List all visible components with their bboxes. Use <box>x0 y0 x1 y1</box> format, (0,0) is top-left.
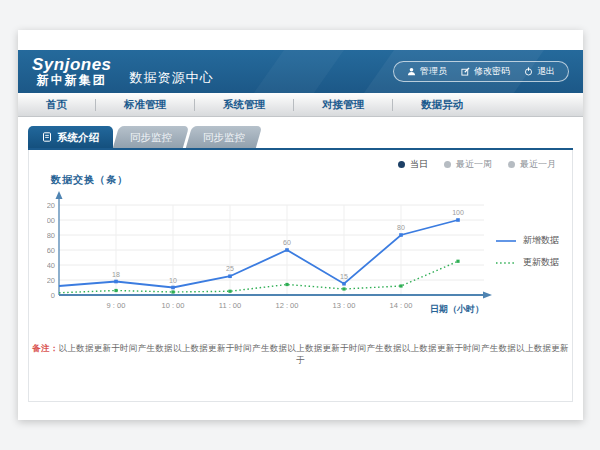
x-tick-label: 12 : 00 <box>276 301 299 310</box>
content-area: 系统介绍同步监控同步监控 当日最近一周最近一月 数据交换（条） 02040608… <box>18 117 583 420</box>
data-point[interactable] <box>342 282 346 286</box>
data-point[interactable] <box>171 286 175 290</box>
page-title: 数据资源中心 <box>130 69 214 87</box>
legend-label: 新增数据 <box>523 234 559 247</box>
nav-item-3[interactable]: 系统管理 <box>195 98 293 112</box>
note-text: 以上数据更新于时间产生数据以上数据更新于时间产生数据以上数据更新于时间产生数据以… <box>59 343 569 365</box>
data-point[interactable] <box>456 218 460 222</box>
top-strip <box>18 30 583 50</box>
radio-dot-icon <box>508 161 515 168</box>
data-point-label: 10 <box>169 277 177 284</box>
chart-legend: 新增数据更新数据 <box>495 234 559 278</box>
x-tick-label: 9 : 00 <box>107 301 126 310</box>
change-password-button[interactable]: 修改密码 <box>461 65 510 78</box>
y-tick-label: 0 <box>51 291 55 300</box>
document-icon <box>42 132 52 142</box>
tab-2[interactable]: 同步监控 <box>113 126 189 148</box>
y-tick-label: 120 <box>47 201 55 210</box>
x-tick-label: 13 : 00 <box>333 301 356 310</box>
data-point-label: 80 <box>397 224 405 231</box>
time-range-controls: 当日最近一周最近一月 <box>398 158 556 171</box>
current-user-label: 管理员 <box>420 65 447 78</box>
power-icon <box>524 67 533 76</box>
data-point-label: 60 <box>283 239 291 246</box>
legend-item-2[interactable]: 更新数据 <box>495 256 559 269</box>
logout-label: 退出 <box>537 65 555 78</box>
y-tick-label: 60 <box>47 246 55 255</box>
logo-text: Synjones <box>32 56 112 74</box>
data-point-label: 18 <box>112 271 120 278</box>
time-range-option-3[interactable]: 最近一月 <box>508 158 556 171</box>
nav-item-1[interactable]: 首页 <box>18 98 95 112</box>
x-tick-label: 14 : 00 <box>390 301 413 310</box>
y-tick-label: 100 <box>47 216 55 225</box>
nav-item-4[interactable]: 对接管理 <box>294 98 392 112</box>
data-point[interactable] <box>114 280 118 284</box>
note-prefix: 备注： <box>32 343 58 353</box>
data-point[interactable] <box>399 284 402 287</box>
time-range-option-2[interactable]: 最近一周 <box>444 158 492 171</box>
logo-subtext: 新中新集团 <box>32 74 112 87</box>
radio-dot-icon <box>444 161 451 168</box>
x-tick-label: 10 : 00 <box>162 301 185 310</box>
nav-item-5[interactable]: 数据异动 <box>393 98 491 112</box>
tab-label: 系统介绍 <box>57 126 99 148</box>
nav-item-2[interactable]: 标准管理 <box>96 98 194 112</box>
data-point[interactable] <box>228 290 231 293</box>
edit-icon <box>461 67 470 76</box>
current-user-button[interactable]: 管理员 <box>407 65 447 78</box>
x-axis-arrow-icon <box>483 292 492 299</box>
change-password-label: 修改密码 <box>474 65 510 78</box>
data-point[interactable] <box>228 274 232 278</box>
y-axis-label: 数据交换（条） <box>51 173 128 187</box>
time-range-label: 当日 <box>410 158 428 171</box>
app-header: Synjones 新中新集团 数据资源中心 管理员 修改密码 退出 <box>18 50 583 93</box>
data-point-label: 15 <box>340 273 348 280</box>
y-tick-label: 80 <box>47 231 55 240</box>
x-axis-label: 日期（小时） <box>430 304 484 314</box>
user-toolbar: 管理员 修改密码 退出 <box>393 61 569 82</box>
main-nav: 首页标准管理系统管理对接管理数据异动 <box>18 93 583 117</box>
logout-button[interactable]: 退出 <box>524 65 555 78</box>
data-point[interactable] <box>285 283 288 286</box>
legend-line-icon <box>495 238 517 244</box>
time-range-label: 最近一月 <box>520 158 556 171</box>
tab-label: 同步监控 <box>203 126 245 148</box>
data-point[interactable] <box>114 289 117 292</box>
data-point[interactable] <box>285 248 289 252</box>
data-point[interactable] <box>342 287 345 290</box>
x-tick-label: 11 : 00 <box>219 301 241 310</box>
legend-item-1[interactable]: 新增数据 <box>495 234 559 247</box>
data-point-label: 25 <box>226 265 234 272</box>
y-tick-label: 20 <box>47 276 55 285</box>
footer-note: 备注：以上数据更新于时间产生数据以上数据更新于时间产生数据以上数据更新于时间产生… <box>29 343 572 367</box>
radio-dot-icon <box>398 161 405 168</box>
page-card: Synjones 新中新集团 数据资源中心 管理员 修改密码 退出 首页标准管理… <box>18 30 583 420</box>
data-point-label: 100 <box>452 209 464 216</box>
chart-panel: 当日最近一周最近一月 数据交换（条） 0204060801001209 : 00… <box>28 150 573 402</box>
time-range-label: 最近一周 <box>456 158 492 171</box>
logo: Synjones 新中新集团 <box>32 56 112 86</box>
tab-row: 系统介绍同步监控同步监控 <box>28 126 259 148</box>
time-range-option-1[interactable]: 当日 <box>398 158 428 171</box>
tab-1[interactable]: 系统介绍 <box>28 126 113 148</box>
tab-label: 同步监控 <box>130 126 172 148</box>
data-point[interactable] <box>399 233 403 237</box>
y-axis-arrow-icon <box>56 191 63 199</box>
data-point[interactable] <box>171 290 174 293</box>
data-point[interactable] <box>456 260 459 263</box>
legend-line-icon <box>495 260 517 266</box>
legend-label: 更新数据 <box>523 256 559 269</box>
y-tick-label: 40 <box>47 261 55 270</box>
user-icon <box>407 67 416 76</box>
tab-3[interactable]: 同步监控 <box>186 126 262 148</box>
exchange-line-chart: 0204060801001209 : 0010 : 0011 : 0012 : … <box>47 190 502 328</box>
